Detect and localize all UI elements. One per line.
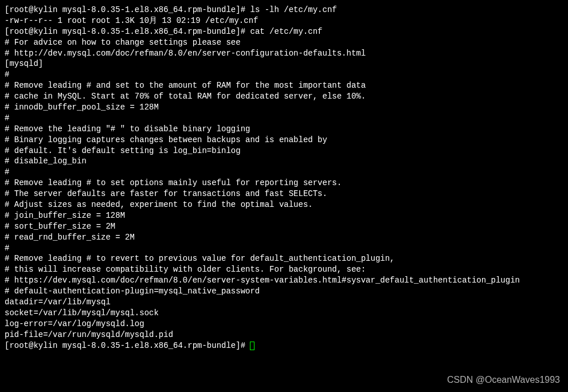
file-line: # cache in MySQL. Start at 70% of total …: [5, 91, 563, 102]
file-line: # sort_buffer_size = 2M: [5, 221, 563, 232]
file-line: # innodb_buffer_pool_size = 128M: [5, 102, 563, 113]
file-line: # default-authentication-plugin=mysql_na…: [5, 286, 563, 297]
command-line-1: [root@kylin mysql-8.0.35-1.el8.x86_64.rp…: [5, 5, 563, 15]
terminal-output[interactable]: [root@kylin mysql-8.0.35-1.el8.x86_64.rp…: [5, 5, 563, 351]
file-line: # For advice on how to change settings p…: [5, 37, 563, 48]
file-line: # default. It's default setting is log_b…: [5, 146, 563, 156]
file-line: # Adjust sizes as needed, experiment to …: [5, 199, 563, 210]
shell-prompt: [root@kylin mysql-8.0.35-1.el8.x86_64.rp…: [5, 341, 250, 350]
file-line: # disable_log_bin: [5, 156, 563, 167]
file-line: #: [5, 69, 563, 80]
file-line: # http://dev.mysql.com/doc/refman/8.0/en…: [5, 48, 563, 59]
command-line-3[interactable]: [root@kylin mysql-8.0.35-1.el8.x86_64.rp…: [5, 340, 563, 351]
cursor-icon[interactable]: [250, 342, 254, 350]
file-line: # Remove the leading "# " to disable bin…: [5, 124, 563, 135]
file-line: # Binary logging captures changes betwee…: [5, 135, 563, 146]
file-line: #: [5, 113, 563, 124]
file-line: # join_buffer_size = 128M: [5, 210, 563, 221]
command-line-2: [root@kylin mysql-8.0.35-1.el8.x86_64.rp…: [5, 26, 563, 37]
file-line: [mysqld]: [5, 58, 563, 69]
file-line: # this will increase compatibility with …: [5, 264, 563, 275]
file-line: datadir=/var/lib/mysql: [5, 297, 563, 308]
watermark-text: CSDN @OceanWaves1993: [447, 374, 560, 386]
file-line: # Remove leading # to revert to previous…: [5, 253, 563, 264]
file-line: # read_rnd_buffer_size = 2M: [5, 232, 563, 243]
file-line: # The server defaults are faster for tra…: [5, 189, 563, 199]
file-line: log-error=/var/log/mysqld.log: [5, 319, 563, 330]
file-line: #: [5, 243, 563, 254]
shell-prompt: [root@kylin mysql-8.0.35-1.el8.x86_64.rp…: [5, 27, 250, 36]
shell-prompt: [root@kylin mysql-8.0.35-1.el8.x86_64.rp…: [5, 5, 250, 14]
file-line: # Remove leading # to set options mainly…: [5, 178, 563, 189]
file-line: pid-file=/var/run/mysqld/mysqld.pid: [5, 330, 563, 340]
file-line: socket=/var/lib/mysql/mysql.sock: [5, 308, 563, 319]
file-line: #: [5, 167, 563, 178]
ls-output: -rw-r--r-- 1 root root 1.3K 10月 13 02:19…: [5, 15, 563, 26]
command-text: ls -lh /etc/my.cnf: [250, 5, 336, 14]
file-line: # https://dev.mysql.com/doc/refman/8.0/e…: [5, 275, 563, 286]
file-line: # Remove leading # and set to the amount…: [5, 80, 563, 91]
command-text: cat /etc/my.cnf: [250, 27, 322, 36]
